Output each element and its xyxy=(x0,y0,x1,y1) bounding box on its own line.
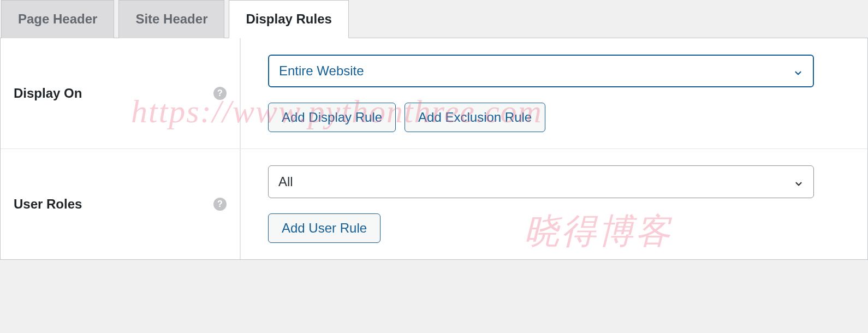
tab-label: Site Header xyxy=(135,11,207,26)
field-control-col: Entire Website Add Display Rule Add Excl… xyxy=(241,38,867,148)
tab-label: Page Header xyxy=(18,11,97,26)
help-icon[interactable]: ? xyxy=(213,87,227,100)
chevron-down-icon xyxy=(793,66,803,76)
user-roles-label: User Roles xyxy=(14,197,82,212)
button-label: Add Display Rule xyxy=(282,110,382,124)
field-control-col: All Add User Rule xyxy=(241,149,867,259)
select-value: Entire Website xyxy=(279,63,364,79)
field-user-roles: User Roles ? All Add User Rule xyxy=(1,149,867,259)
user-roles-select[interactable]: All xyxy=(268,165,814,198)
field-display-on: Display On ? Entire Website Add Display … xyxy=(1,38,867,149)
add-exclusion-rule-button[interactable]: Add Exclusion Rule xyxy=(405,103,545,132)
display-on-label: Display On xyxy=(14,86,82,101)
tab-label: Display Rules xyxy=(246,11,331,26)
add-display-rule-button[interactable]: Add Display Rule xyxy=(268,103,396,132)
help-icon[interactable]: ? xyxy=(213,198,227,211)
display-on-select[interactable]: Entire Website xyxy=(268,55,814,87)
tab-site-header[interactable]: Site Header xyxy=(118,0,224,38)
select-value: All xyxy=(278,174,293,189)
user-roles-buttons: Add User Rule xyxy=(268,213,840,243)
field-label-col: User Roles ? xyxy=(1,149,241,259)
chevron-down-icon xyxy=(794,177,804,187)
add-user-rule-button[interactable]: Add User Rule xyxy=(268,213,381,243)
display-on-buttons: Add Display Rule Add Exclusion Rule xyxy=(268,103,840,132)
tabs-nav: Page Header Site Header Display Rules xyxy=(0,0,868,38)
settings-panel: Display On ? Entire Website Add Display … xyxy=(0,38,868,260)
field-label-col: Display On ? xyxy=(1,38,241,148)
tab-page-header[interactable]: Page Header xyxy=(1,0,114,38)
button-label: Add Exclusion Rule xyxy=(418,110,532,124)
tab-display-rules[interactable]: Display Rules xyxy=(229,0,348,38)
button-label: Add User Rule xyxy=(282,221,367,235)
